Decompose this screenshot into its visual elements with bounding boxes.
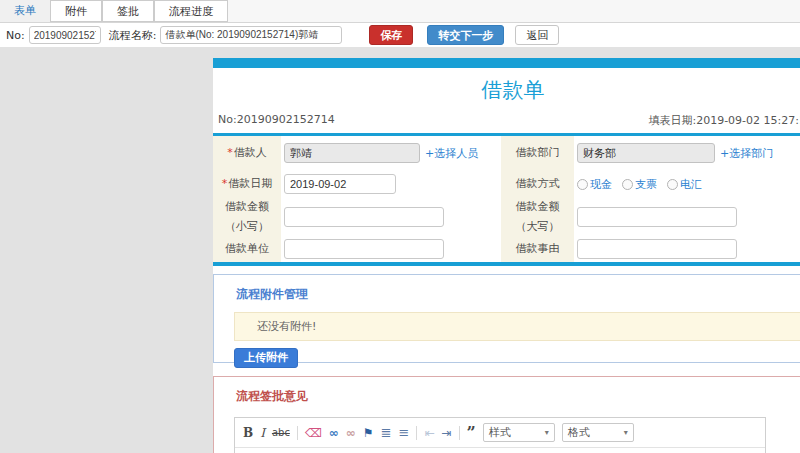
anchor-flag-icon[interactable]: ⚑	[363, 426, 374, 440]
loan-unit-field	[281, 236, 501, 262]
no-input[interactable]	[29, 26, 101, 44]
select-person-link[interactable]: +选择人员	[425, 146, 478, 161]
divider-line-bottom	[213, 262, 800, 266]
loan-reason-input[interactable]	[577, 239, 737, 259]
back-button[interactable]: 返回	[515, 25, 559, 45]
styles-dropdown[interactable]: 样式 ▾	[483, 423, 555, 442]
flow-name-label: 流程名称:	[109, 28, 157, 43]
loan-date-field	[281, 170, 501, 198]
tab-form[interactable]: 表单	[0, 0, 50, 22]
screen: 表单 附件 签批 流程进度 No: 流程名称: 保存 转交下一步 返回 借款单 …	[0, 0, 800, 453]
amount-lower-input[interactable]	[284, 207, 444, 227]
save-button[interactable]: 保存	[369, 25, 413, 45]
tab-bar: 表单 附件 签批 流程进度	[0, 0, 800, 23]
amount-lower-field	[281, 198, 501, 236]
required-mark: *	[227, 146, 233, 159]
chevron-down-icon: ▾	[624, 428, 628, 437]
main-area: 借款单 No:20190902152714 填表日期:2019-09-02 15…	[0, 47, 800, 453]
amount-upper-label: 借款金额（大写）	[501, 198, 574, 236]
radio-circle-icon[interactable]	[667, 179, 678, 190]
approval-section: 流程签批意见 B I abc ⌫ ∞ ∞ ⚑ ≣ ≡ ⇤	[213, 376, 800, 453]
form-date-text: 填表日期:2019-09-02 15:27:14	[648, 113, 800, 128]
toolbar-separator	[416, 426, 417, 440]
required-mark: *	[222, 177, 228, 190]
radio-circle-icon[interactable]	[622, 179, 633, 190]
editor-content[interactable]	[235, 448, 765, 453]
italic-icon[interactable]: I	[260, 426, 265, 440]
unlink-icon[interactable]: ∞	[346, 426, 356, 440]
department-input[interactable]	[577, 143, 715, 163]
toolbar-separator	[459, 426, 460, 440]
upload-attachment-button[interactable]: 上传附件	[234, 348, 298, 368]
radio-wire[interactable]: 电汇	[667, 177, 702, 192]
radio-circle-icon[interactable]	[577, 179, 588, 190]
bullet-list-icon[interactable]: ≡	[399, 426, 410, 440]
remove-format-icon[interactable]: ⌫	[305, 426, 322, 440]
loan-method-field: 现金 支票 电汇	[574, 170, 800, 198]
radio-cheque[interactable]: 支票	[622, 177, 657, 192]
tab-progress[interactable]: 流程进度	[154, 0, 228, 22]
borrower-field: +选择人员	[281, 136, 501, 170]
panel-top-bar	[213, 58, 800, 68]
attachment-section: 流程附件管理 还没有附件! 上传附件	[213, 274, 800, 363]
outdent-icon[interactable]: ⇤	[424, 426, 434, 440]
radio-cash[interactable]: 现金	[577, 177, 612, 192]
loan-unit-label: 借款单位	[213, 236, 281, 262]
amount-lower-label: 借款金额（小写）	[213, 198, 281, 236]
strikethrough-icon[interactable]: abc	[272, 426, 290, 440]
loan-reason-field	[574, 236, 800, 262]
tab-sign[interactable]: 签批	[102, 0, 154, 22]
department-field: +选择部门	[574, 136, 800, 170]
loan-date-input[interactable]	[284, 174, 396, 194]
format-dropdown[interactable]: 格式 ▾	[562, 423, 634, 442]
form-meta-row: No:20190902152714 填表日期:2019-09-02 15:27:…	[213, 113, 800, 133]
action-bar: No: 流程名称: 保存 转交下一步 返回	[0, 23, 800, 47]
link-icon[interactable]: ∞	[329, 426, 339, 440]
bold-icon[interactable]: B	[243, 426, 253, 440]
form-no-text: No:20190902152714	[218, 113, 335, 128]
indent-icon[interactable]: ⇥	[442, 426, 452, 440]
loan-unit-input[interactable]	[284, 239, 444, 259]
borrower-input[interactable]	[284, 143, 420, 163]
amount-upper-field	[574, 198, 800, 236]
borrower-label: *借款人	[213, 136, 281, 170]
forward-next-step-button[interactable]: 转交下一步	[427, 25, 504, 45]
loan-method-label: 借款方式	[501, 170, 574, 198]
no-label: No:	[6, 29, 25, 42]
rich-text-editor: B I abc ⌫ ∞ ∞ ⚑ ≣ ≡ ⇤ ⇥ ”	[234, 417, 766, 453]
tab-attachment[interactable]: 附件	[50, 0, 102, 22]
amount-upper-input[interactable]	[577, 207, 737, 227]
department-label: 借款部门	[501, 136, 574, 170]
loan-reason-label: 借款事由	[501, 236, 574, 262]
approval-section-title: 流程签批意见	[236, 388, 800, 405]
loan-date-label: *借款日期	[213, 170, 281, 198]
form-panel: 借款单 No:20190902152714 填表日期:2019-09-02 15…	[213, 58, 800, 453]
numbered-list-icon[interactable]: ≣	[381, 426, 392, 440]
select-department-link[interactable]: +选择部门	[720, 146, 773, 161]
loan-form-table: *借款人 +选择人员 借款部门 +选择部门 *借款日期	[213, 136, 800, 262]
no-attachment-notice: 还没有附件!	[234, 312, 800, 341]
flow-name-input[interactable]	[160, 26, 342, 44]
chevron-down-icon: ▾	[545, 428, 549, 437]
attachment-section-title: 流程附件管理	[236, 286, 800, 303]
form-title: 借款单	[213, 68, 800, 113]
toolbar-separator	[297, 426, 298, 440]
editor-toolbar: B I abc ⌫ ∞ ∞ ⚑ ≣ ≡ ⇤ ⇥ ”	[235, 418, 765, 448]
blockquote-icon[interactable]: ”	[467, 429, 476, 437]
